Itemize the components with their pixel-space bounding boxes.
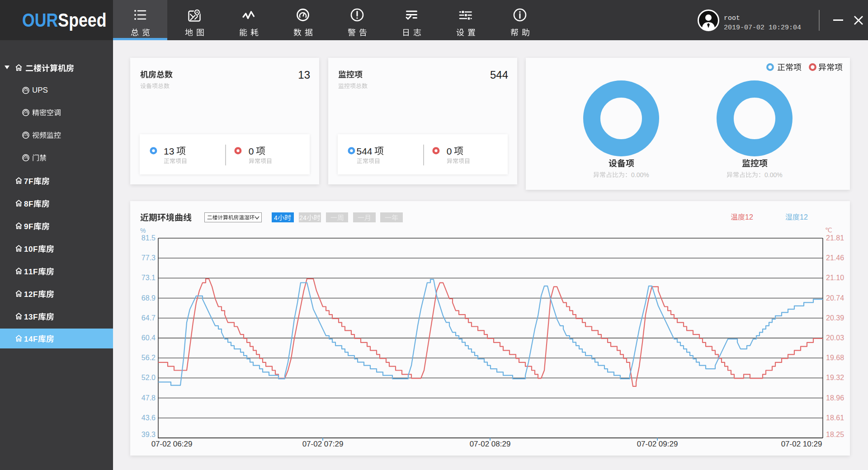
svg-text:F: F <box>28 177 33 186</box>
svg-text:0: 0 <box>637 171 640 178</box>
svg-text:0: 0 <box>764 171 768 178</box>
svg-text:1: 1 <box>24 313 28 321</box>
svg-text:3: 3 <box>28 313 33 321</box>
svg-text:1: 1 <box>24 290 28 299</box>
svg-text:0: 0 <box>28 245 33 254</box>
svg-text:9: 9 <box>24 222 28 231</box>
svg-text:F: F <box>28 200 33 208</box>
svg-text:2: 2 <box>28 290 33 299</box>
svg-text:F: F <box>33 268 38 276</box>
svg-text:1: 1 <box>24 335 28 343</box>
svg-text:F: F <box>33 245 38 254</box>
svg-text:F: F <box>28 222 33 231</box>
svg-text:8: 8 <box>24 200 28 208</box>
svg-text:4: 4 <box>28 335 33 343</box>
svg-text:F: F <box>33 335 38 343</box>
svg-text:1: 1 <box>28 268 33 276</box>
svg-text:F: F <box>33 290 38 299</box>
svg-text:0: 0 <box>770 171 774 178</box>
svg-text:0: 0 <box>631 171 635 178</box>
svg-text:F: F <box>33 313 38 321</box>
svg-text:1: 1 <box>24 245 28 254</box>
svg-text:%: % <box>643 171 649 178</box>
svg-text:7: 7 <box>24 177 28 186</box>
svg-text:1: 1 <box>24 268 28 276</box>
svg-text:%: % <box>777 171 782 178</box>
